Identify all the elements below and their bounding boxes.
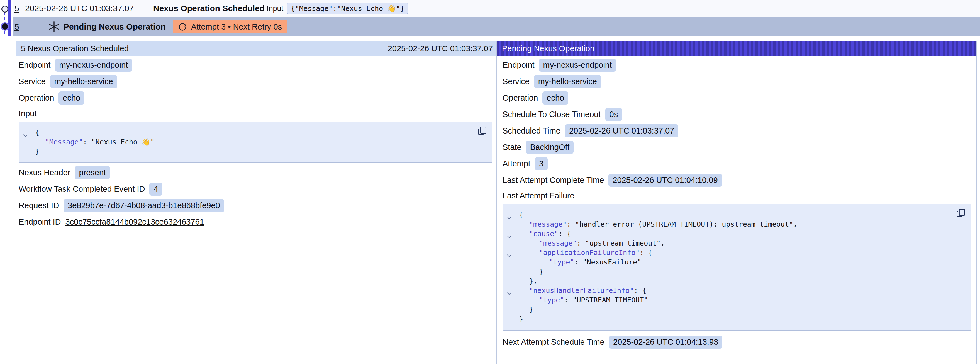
field-row-next-attempt-schedule-time: Next Attempt Schedule Time 2025-02-26 UT… — [503, 335, 971, 348]
field-row-request-id: Request ID3e829b7e-7d67-4b08-aad3-b1e868… — [19, 199, 492, 212]
code-punct: } — [519, 315, 523, 323]
code-punct: : — [564, 296, 573, 304]
field-row-endpoint: Endpointmy-nexus-endpoint — [19, 59, 492, 71]
code-line: "applicationFailureInfo": { — [503, 248, 951, 257]
field-label: Attempt — [503, 159, 530, 168]
code-key: "message" — [529, 220, 566, 228]
event-input-preview-chip: {"Message":"Nexus Echo 👋"} — [287, 3, 408, 14]
event-input-label: Input — [267, 0, 283, 17]
collapse-chevron-icon[interactable] — [507, 251, 512, 254]
field-row-nexus-header: Nexus Headerpresent — [19, 166, 492, 179]
field-value-badge: BackingOff — [526, 141, 574, 154]
field-value-badge: 3 — [535, 157, 548, 170]
field-label: Endpoint — [503, 61, 535, 70]
code-line: "type": "UPSTREAM_TIMEOUT" — [503, 295, 951, 305]
pending-operation-title: Pending Nexus Operation — [502, 44, 595, 53]
code-line: } — [503, 305, 951, 315]
code-punct: } — [539, 268, 543, 276]
code-line-content: "nexusHandlerFailureInfo": { — [519, 287, 646, 295]
event-detail-title: 5 Nexus Operation Scheduled — [21, 44, 129, 53]
copy-button[interactable] — [477, 125, 487, 136]
event-detail-fields-bottom: Nexus HeaderpresentWorkflow Task Complet… — [19, 166, 492, 212]
field-label: Scheduled Time — [503, 126, 560, 136]
copy-button[interactable] — [956, 208, 966, 218]
field-label: Workflow Task Completed Event ID — [19, 185, 145, 194]
code-line-content: "applicationFailureInfo": { — [519, 249, 652, 257]
field-value-badge: present — [75, 166, 110, 179]
code-key: "message" — [539, 239, 577, 247]
event-row-scheduled[interactable]: 5 2025-02-26 UTC 01:03:37.07 Nexus Opera… — [13, 0, 980, 17]
event-id-link[interactable]: 5 — [14, 0, 19, 17]
code-punct: , — [793, 220, 797, 228]
field-row-endpoint-id: Endpoint ID 3c0c75ccfa8144b092c13ce63246… — [19, 216, 492, 228]
endpoint-id-link[interactable]: 3c0c75ccfa8144b092c13ce632463761 — [65, 217, 204, 227]
code-line: "nexusHandlerFailureInfo": { — [503, 286, 951, 295]
code-punct: { — [519, 211, 523, 219]
code-line: "cause": { — [503, 229, 951, 239]
field-label: Service — [19, 77, 46, 86]
code-line: } — [503, 315, 951, 324]
timeline-active-bar — [8, 0, 11, 36]
pending-operation-panel: Pending Nexus Operation Endpointmy-nexus… — [496, 41, 977, 364]
code-key: "Message" — [45, 138, 83, 146]
collapse-chevron-icon[interactable] — [507, 231, 512, 235]
field-value-badge: my-nexus-endpoint — [539, 59, 616, 72]
code-line-content: } — [35, 147, 39, 155]
field-label: Operation — [19, 93, 54, 102]
code-line-content: "type": "UPSTREAM_TIMEOUT" — [519, 296, 648, 304]
code-string: "NexusFailure" — [582, 258, 641, 266]
code-line-content: } — [519, 315, 523, 323]
field-value-badge: 3e829b7e-7d67-4b08-aad3-b1e868bfe9e0 — [64, 199, 224, 212]
input-section-label: Input — [19, 109, 492, 118]
field-value-badge: my-hello-service — [50, 75, 117, 88]
code-line: { — [19, 128, 473, 137]
code-line: "message": "upstream timeout", — [503, 239, 951, 248]
code-line: "Message": "Nexus Echo 👋" — [19, 137, 473, 147]
field-row-attempt: Attempt3 — [503, 157, 971, 170]
code-line-content: "message": "handler error (UPSTREAM_TIME… — [519, 220, 797, 228]
field-label: Endpoint ID — [19, 217, 61, 227]
collapse-chevron-icon[interactable] — [507, 289, 512, 292]
attempt-retry-badge: Attempt 3 • Next Retry 0s — [173, 20, 287, 34]
code-string: "UPSTREAM_TIMEOUT" — [573, 296, 648, 304]
code-line: "type": "NexusFailure" — [503, 257, 951, 267]
pending-operation-fields: Endpointmy-nexus-endpointServicemy-hello… — [503, 59, 971, 187]
pending-operation-header: Pending Nexus Operation — [497, 41, 976, 56]
event-row-pending-selected[interactable]: 5 Pending Nexus Operation Attempt 3 • Ne… — [13, 17, 980, 36]
code-punct: : { — [640, 249, 652, 257]
code-key: "nexusHandlerFailureInfo" — [529, 287, 634, 295]
code-punct: } — [529, 305, 533, 314]
field-value-badge: 2025-02-26 UTC 01:04:13.93 — [609, 335, 722, 349]
code-line-content: { — [35, 128, 39, 137]
code-line: } — [503, 267, 951, 276]
code-punct: , — [661, 239, 665, 247]
field-value-badge: my-hello-service — [534, 75, 601, 88]
event-detail-header: 5 Nexus Operation Scheduled 2025-02-26 U… — [16, 41, 497, 56]
event-detail-panel: 5 Nexus Operation Scheduled 2025-02-26 U… — [16, 41, 497, 364]
code-line: } — [19, 147, 473, 156]
code-punct: : — [83, 138, 91, 146]
field-value-badge: 4 — [149, 182, 162, 196]
collapse-chevron-icon[interactable] — [23, 131, 28, 134]
field-value-badge: my-nexus-endpoint — [55, 59, 132, 72]
input-json-block: {"Message": "Nexus Echo 👋"} — [19, 122, 492, 163]
code-string: "upstream timeout" — [585, 239, 661, 247]
code-line-content: } — [519, 305, 533, 314]
pending-asterisk-icon — [49, 17, 59, 36]
event-id-link[interactable]: 5 — [14, 17, 19, 36]
event-detail-fields-top: Endpointmy-nexus-endpointServicemy-hello… — [19, 59, 492, 104]
retry-icon — [178, 22, 187, 32]
field-row-last-attempt-complete-time: Last Attempt Complete Time2025-02-26 UTC… — [503, 174, 971, 187]
code-string: "Nexus Echo 👋" — [91, 138, 154, 146]
code-punct: { — [35, 128, 39, 137]
code-line-content: "message": "upstream timeout", — [519, 239, 665, 247]
field-row-service: Servicemy-hello-service — [503, 75, 971, 88]
collapse-chevron-icon[interactable] — [507, 213, 512, 216]
field-label: Service — [503, 77, 530, 86]
code-line-content: } — [519, 268, 543, 276]
code-key: "type" — [549, 258, 574, 266]
field-label: Last Attempt Complete Time — [503, 176, 604, 185]
field-value-badge: 0s — [605, 108, 622, 121]
code-line-content: "type": "NexusFailure" — [519, 258, 641, 266]
event-title: Pending Nexus Operation — [64, 17, 166, 36]
